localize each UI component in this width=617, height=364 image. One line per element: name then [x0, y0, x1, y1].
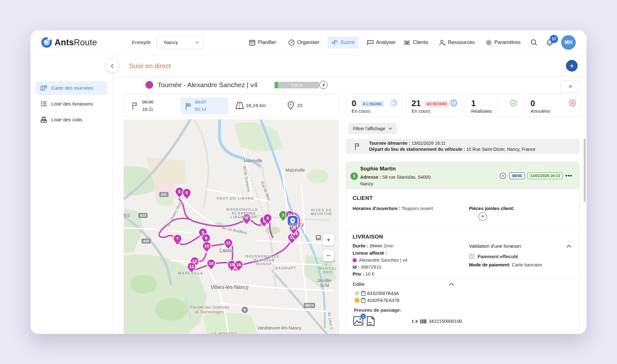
delivery-duration: Durée : 25min 2min [353, 243, 393, 248]
chevron-up-icon[interactable] [566, 245, 571, 248]
status-card-late: 21 EN RETARD En cours [406, 95, 463, 117]
stop-menu-button[interactable]: ••• [565, 173, 572, 179]
app-window: AntsRoute Entrepôt Nancy Planifier Organ… [30, 30, 587, 334]
status-card-done: 1 Réalisées [465, 95, 522, 117]
distance-value: 18,24 km [246, 103, 266, 108]
route-header: Tournée - Alexandre Sanchez | v4 4.55 % … [113, 77, 587, 93]
close-panel-button[interactable]: × [560, 80, 581, 93]
sidebar-item-liste-des-livraisons[interactable]: Liste des livraisons [36, 97, 107, 111]
proof-signature-button[interactable] [367, 316, 375, 327]
map-label: des Quatre Vents [166, 201, 183, 227]
nav-ressources[interactable]: Ressources [435, 36, 478, 49]
entrepot-label: Entrepôt [132, 40, 151, 45]
delivery-id: Id : 39872910 [353, 265, 381, 270]
gear-icon [485, 39, 492, 46]
chart-flag-icon [367, 39, 374, 46]
nav-analyser[interactable]: Analyser [363, 36, 399, 49]
filter-label: Filtrer l'affichage [353, 126, 385, 131]
barcode-value: 3422150000100 [429, 319, 462, 324]
check-circle-icon [509, 99, 518, 107]
stop-number-badge: 1 [350, 172, 358, 180]
stop-header[interactable]: 1 Sophie Martin Adresse : 58 rue Stanisl… [346, 162, 579, 189]
payment-mode: Mode de paiement: Carte bancaire [469, 262, 542, 267]
checklist-icon [40, 100, 48, 108]
planned-time-badge: 08:01 [509, 172, 525, 179]
alert-icon [449, 99, 458, 107]
antsroute-logo-icon [41, 37, 52, 48]
nav-suivre[interactable]: Suivre [328, 36, 358, 49]
calendar-icon [249, 39, 256, 46]
map-label: Jarville-la-M [317, 278, 332, 288]
finish-flag-icon [185, 102, 192, 111]
map-label: LE MONTET [211, 332, 237, 334]
sidebar-item-carte-des-tournees[interactable]: Carte des tournées [36, 81, 107, 95]
collapse-sidebar-button[interactable] [106, 59, 119, 73]
nav-planifier[interactable]: Planifier [245, 36, 280, 49]
stop-name: Sophie Martin [360, 166, 396, 172]
map-label: Av. Léon S [327, 312, 334, 330]
road-shield-A33: A33 [138, 213, 147, 218]
ressources-icon [439, 39, 446, 46]
flag-icon [132, 102, 139, 112]
road-shield-A33: A33 [141, 239, 151, 244]
chevron-up-icon[interactable] [449, 283, 454, 286]
start-times: 08:00 16:11 [142, 99, 153, 113]
parcel-code: 4162FA7EA378 [367, 298, 399, 303]
late-count: 21 [412, 99, 421, 108]
done-label: Réalisées [471, 108, 492, 114]
map-label: HAUSSONVILLE - BLANDAN - DONOP [245, 254, 280, 266]
brand-name: AntsRoute [55, 38, 97, 48]
on-time-count: 0 [352, 99, 356, 108]
parcel-row[interactable]: ✓ 63323587B43A [354, 291, 399, 296]
payment-checkbox[interactable]: ✓ [469, 253, 475, 259]
map-label: Bd de Scarpone [243, 166, 251, 192]
add-attachment-button[interactable]: + [478, 212, 487, 221]
client-attachments-label: Pièces jointes client: [469, 206, 514, 211]
client-heading: CLIENT [353, 195, 373, 201]
validation-title: Validation d'une livraison [469, 243, 521, 249]
map-label: MARÉVILLE [178, 271, 204, 275]
remaining-time: 00:14 [195, 106, 206, 113]
route-color-dot [146, 81, 153, 89]
planned-start-time: 08:00 [142, 99, 153, 106]
clipboard-icon [361, 291, 366, 296]
panel-scrollbar[interactable] [584, 138, 586, 202]
map-label: Rue de Metz [260, 181, 271, 201]
late-label: En cours [412, 108, 430, 114]
barcode-icon [420, 319, 427, 324]
target-icon[interactable] [499, 172, 507, 180]
barcode-row: 1 X 3422150000100 [412, 319, 462, 324]
sidebar-item-liste-des-colis[interactable]: Liste des colis [36, 113, 107, 127]
notifications-button[interactable]: 17 [543, 36, 556, 49]
add-button[interactable]: + [566, 60, 578, 72]
navbar: AntsRoute Entrepôt Nancy Planifier Organ… [30, 30, 587, 54]
chevron-right-icon [322, 83, 325, 87]
parcel-row[interactable]: ! 4162FA7EA378 [354, 298, 399, 303]
nav-parametres[interactable]: Paramètres [482, 36, 524, 49]
map-label: BOUDONVILLE - SCARPONE - LIBÉRATION [226, 208, 258, 219]
status-card-cancelled: 0 Annulées [525, 95, 581, 117]
map-canvas[interactable]: 654237891011121314151612219171820 Maxévi… [124, 119, 339, 334]
filter-display-button[interactable]: Filtrer l'affichage [348, 123, 397, 134]
nav-organiser[interactable]: Organiser [284, 36, 323, 49]
stop-detail-card: 1 Sophie Martin Adresse : 58 rue Stanisl… [346, 162, 580, 332]
map-zoom-in-button[interactable]: + [323, 234, 334, 246]
map-label: ES [124, 213, 130, 218]
proof-label: Preuves de passage: [354, 307, 401, 313]
route-map-icon [40, 84, 48, 92]
map-zoom-out-button[interactable]: − [323, 250, 334, 261]
delivery-heading: LIVRAISON [353, 234, 383, 240]
avatar[interactable]: MH [561, 35, 576, 50]
stop-address: Adresse : 58 rue Stanislas, 54000 Nancy [360, 174, 431, 187]
opening-hours: Horaires d'ouverture : Toujours ouvert [353, 206, 433, 211]
route-title: Tournée - Alexandre Sanchez | v4 [158, 81, 257, 89]
map-label: Laxou [219, 248, 233, 253]
payment-done-label: Paiement effecuté [477, 254, 518, 259]
search-button[interactable] [528, 36, 540, 49]
tour-start-line: Tournée démarrée : 13/01/2026 16:11 [369, 140, 536, 146]
proof-photo-button[interactable]: 1 [353, 316, 363, 327]
nav-clients[interactable]: Clients [399, 36, 432, 49]
route-next-button[interactable] [319, 81, 328, 89]
warehouse-select[interactable]: Nancy [157, 36, 204, 49]
end-times: 16:27 00:14 [195, 99, 206, 113]
